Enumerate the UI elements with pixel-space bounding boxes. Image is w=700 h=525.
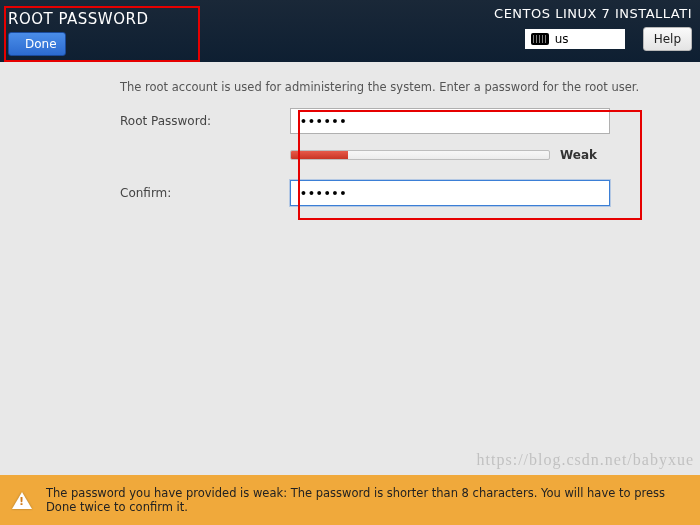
help-button[interactable]: Help (643, 27, 692, 51)
strength-bar (290, 150, 550, 160)
keyboard-layout-selector[interactable]: us (525, 29, 625, 49)
confirm-row: Confirm: (120, 180, 660, 206)
strength-fill (291, 151, 348, 159)
installer-title: CENTOS LINUX 7 INSTALLATI (494, 6, 692, 21)
strength-row-wrap: Weak (120, 142, 660, 172)
warning-bar: The password you have provided is weak: … (0, 475, 700, 525)
password-row: Root Password: (120, 108, 660, 134)
root-password-input[interactable] (290, 108, 610, 134)
warning-icon (12, 492, 32, 509)
header-right-row: us Help (525, 27, 692, 51)
form-area: The root account is used for administeri… (0, 62, 700, 206)
confirm-label: Confirm: (120, 186, 290, 200)
header-left-group: ROOT PASSWORD Done (4, 6, 200, 62)
confirm-password-input[interactable] (290, 180, 610, 206)
password-label: Root Password: (120, 114, 290, 128)
keyboard-layout-label: us (555, 32, 569, 46)
page-title: ROOT PASSWORD (8, 10, 148, 28)
header-right-group: CENTOS LINUX 7 INSTALLATI us Help (494, 6, 692, 51)
strength-meter-group: Weak (290, 148, 597, 162)
warning-message: The password you have provided is weak: … (46, 486, 688, 514)
strength-text: Weak (560, 148, 597, 162)
instruction-text: The root account is used for administeri… (120, 80, 660, 94)
done-button[interactable]: Done (8, 32, 66, 56)
header-bar: ROOT PASSWORD Done CENTOS LINUX 7 INSTAL… (0, 0, 700, 62)
watermark-text: https://blog.csdn.net/babyxue (477, 451, 694, 469)
keyboard-icon (531, 33, 549, 45)
